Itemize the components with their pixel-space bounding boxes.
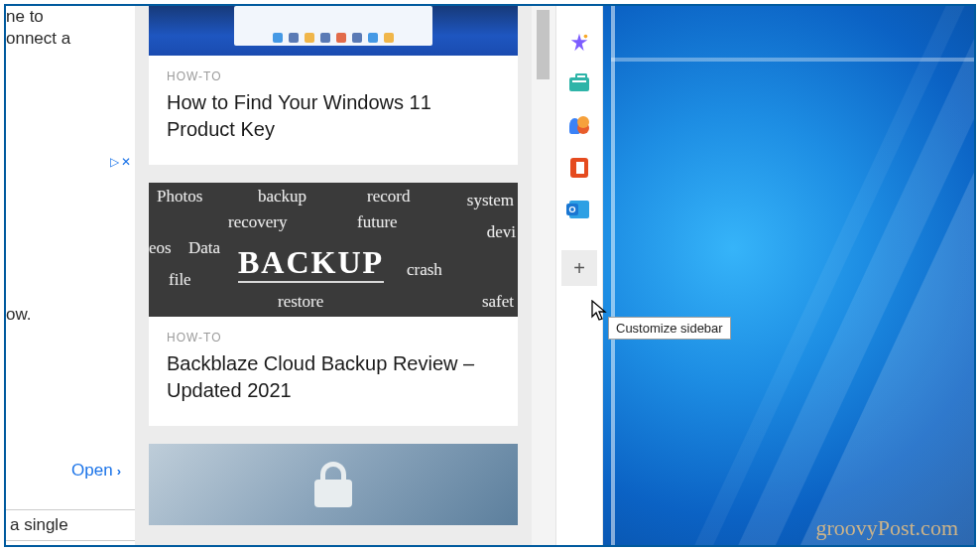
copilot-icon[interactable] bbox=[568, 32, 590, 54]
article-card[interactable]: HOW-TO How to Find Your Windows 11 Produ… bbox=[149, 6, 518, 165]
ad-play-icon[interactable]: ▷ bbox=[110, 155, 119, 169]
edge-sidebar-rail: O + bbox=[555, 6, 603, 545]
article-card[interactable]: Photos backup record recovery future sys… bbox=[149, 183, 518, 426]
windows-desktop[interactable]: groovyPost.com bbox=[603, 6, 974, 545]
article-category: HOW-TO bbox=[167, 331, 500, 344]
text-fragment: a single bbox=[6, 509, 135, 541]
article-thumbnail: Photos backup record recovery future sys… bbox=[149, 183, 518, 317]
text-fragment: ne to bbox=[6, 6, 44, 29]
text-fragment: onnect a bbox=[6, 28, 70, 51]
article-title: How to Find Your Windows 11 Product Key bbox=[167, 89, 500, 143]
svg-point-0 bbox=[584, 35, 588, 39]
office-icon[interactable] bbox=[568, 157, 590, 179]
adchoices-controls[interactable]: ▷ ✕ bbox=[110, 155, 131, 169]
open-label: Open bbox=[71, 461, 113, 481]
screenshot-viewport: ne to onnect a ▷ ✕ ow. Open › a single H… bbox=[4, 4, 976, 547]
article-left-fragment-column: ne to onnect a ▷ ✕ ow. Open › a single bbox=[6, 6, 135, 545]
outlook-icon[interactable]: O bbox=[568, 199, 590, 220]
article-thumbnail bbox=[149, 444, 518, 525]
chevron-right-icon: › bbox=[117, 464, 121, 479]
article-card[interactable] bbox=[149, 444, 518, 525]
ad-close-icon[interactable]: ✕ bbox=[121, 155, 131, 169]
ad-open-link[interactable]: Open › bbox=[71, 461, 121, 481]
scrollbar-vertical[interactable] bbox=[532, 6, 555, 545]
tools-icon[interactable] bbox=[568, 73, 590, 95]
games-icon[interactable] bbox=[568, 115, 590, 137]
plus-icon: + bbox=[573, 257, 585, 280]
article-title: Backblaze Cloud Backup Review – Updated … bbox=[167, 350, 500, 404]
tooltip: Customize sidebar bbox=[608, 317, 731, 340]
article-category: HOW-TO bbox=[167, 69, 500, 83]
scrollbar-thumb[interactable] bbox=[537, 10, 550, 79]
article-list: HOW-TO How to Find Your Windows 11 Produ… bbox=[135, 6, 532, 545]
cursor-pointer-icon bbox=[591, 300, 611, 324]
customize-sidebar-button[interactable]: + bbox=[561, 250, 597, 286]
padlock-icon bbox=[314, 462, 352, 507]
text-fragment: ow. bbox=[6, 304, 32, 327]
article-thumbnail bbox=[149, 6, 518, 56]
